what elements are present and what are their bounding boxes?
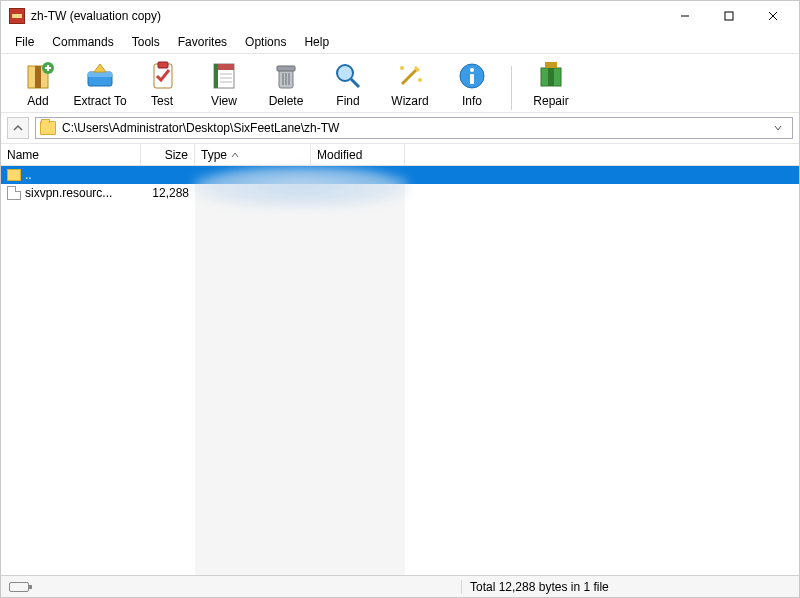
svg-rect-10 <box>88 72 112 77</box>
redaction-blur <box>193 166 409 208</box>
test-icon <box>146 60 178 92</box>
svg-rect-33 <box>470 74 474 84</box>
repair-label: Repair <box>533 94 568 108</box>
repair-button[interactable]: Repair <box>522 58 580 110</box>
menu-favorites[interactable]: Favorites <box>170 33 235 51</box>
toolbar: Add Extract To Test View Delete Find W <box>1 53 799 113</box>
menu-commands[interactable]: Commands <box>44 33 121 51</box>
window-title: zh-TW (evaluation copy) <box>31 9 663 23</box>
maximize-button[interactable] <box>707 2 751 30</box>
address-dropdown-icon[interactable] <box>774 124 788 132</box>
svg-point-32 <box>470 68 474 72</box>
svg-line-26 <box>351 79 359 87</box>
col-type[interactable]: Type <box>195 144 311 165</box>
view-icon <box>208 60 240 92</box>
status-left <box>1 582 461 592</box>
find-label: Find <box>336 94 359 108</box>
status-bar: Total 12,288 bytes in 1 file <box>1 575 799 597</box>
add-label: Add <box>27 94 48 108</box>
test-label: Test <box>151 94 173 108</box>
close-button[interactable] <box>751 2 795 30</box>
col-size[interactable]: Size <box>141 144 195 165</box>
archive-add-icon <box>22 60 54 92</box>
svg-rect-1 <box>725 12 733 20</box>
info-label: Info <box>462 94 482 108</box>
toolbar-separator <box>511 66 512 110</box>
svg-rect-36 <box>545 62 557 68</box>
file-icon <box>7 186 21 200</box>
col-modified[interactable]: Modified <box>311 144 405 165</box>
address-bar: C:\Users\Administrator\Desktop\SixFeetLa… <box>1 113 799 144</box>
info-icon <box>456 60 488 92</box>
svg-point-29 <box>400 66 404 70</box>
menu-tools[interactable]: Tools <box>124 33 168 51</box>
svg-rect-5 <box>35 66 41 88</box>
minimize-button[interactable] <box>663 2 707 30</box>
svg-marker-11 <box>94 64 106 72</box>
delete-button[interactable]: Delete <box>257 58 315 110</box>
test-button[interactable]: Test <box>133 58 191 110</box>
rows-area[interactable]: .. sixvpn.resourc... 12,288 <box>1 166 799 575</box>
wizard-label: Wizard <box>391 94 428 108</box>
find-icon <box>332 60 364 92</box>
app-icon <box>9 8 25 24</box>
menu-bar: File Commands Tools Favorites Options He… <box>1 31 799 53</box>
svg-rect-35 <box>548 68 554 86</box>
row-file-name: sixvpn.resourc... <box>25 186 112 200</box>
title-bar: zh-TW (evaluation copy) <box>1 1 799 31</box>
wizard-icon <box>394 60 426 92</box>
view-button[interactable]: View <box>195 58 253 110</box>
svg-line-27 <box>402 70 416 84</box>
svg-point-25 <box>337 65 353 81</box>
folder-icon <box>40 121 56 135</box>
svg-rect-16 <box>214 64 218 88</box>
column-headers: Name Size Type Modified <box>1 144 799 166</box>
row-parent-name: .. <box>25 168 32 182</box>
disk-icon <box>9 582 29 592</box>
svg-point-30 <box>418 78 422 82</box>
repair-icon <box>535 60 567 92</box>
col-name[interactable]: Name <box>1 144 141 165</box>
up-button[interactable] <box>7 117 29 139</box>
wizard-button[interactable]: Wizard <box>381 58 439 110</box>
sort-asc-icon <box>231 151 239 159</box>
delete-label: Delete <box>269 94 304 108</box>
address-field[interactable]: C:\Users\Administrator\Desktop\SixFeetLa… <box>35 117 793 139</box>
col-type-label: Type <box>201 148 227 162</box>
svg-rect-21 <box>277 66 295 71</box>
view-label: View <box>211 94 237 108</box>
extract-icon <box>84 60 116 92</box>
sorted-column-shade <box>195 166 405 575</box>
address-path: C:\Users\Administrator\Desktop\SixFeetLa… <box>62 121 768 135</box>
window-controls <box>663 2 795 30</box>
menu-options[interactable]: Options <box>237 33 294 51</box>
menu-help[interactable]: Help <box>296 33 337 51</box>
delete-icon <box>270 60 302 92</box>
status-summary: Total 12,288 bytes in 1 file <box>461 580 799 594</box>
svg-rect-13 <box>158 62 168 68</box>
extract-button[interactable]: Extract To <box>71 58 129 110</box>
find-button[interactable]: Find <box>319 58 377 110</box>
menu-file[interactable]: File <box>7 33 42 51</box>
info-button[interactable]: Info <box>443 58 501 110</box>
add-button[interactable]: Add <box>9 58 67 110</box>
file-list: Name Size Type Modified .. sixvpn.resour… <box>1 144 799 575</box>
row-file-size: 12,288 <box>141 186 195 200</box>
extract-label: Extract To <box>73 94 126 108</box>
parent-folder-icon <box>7 169 21 181</box>
